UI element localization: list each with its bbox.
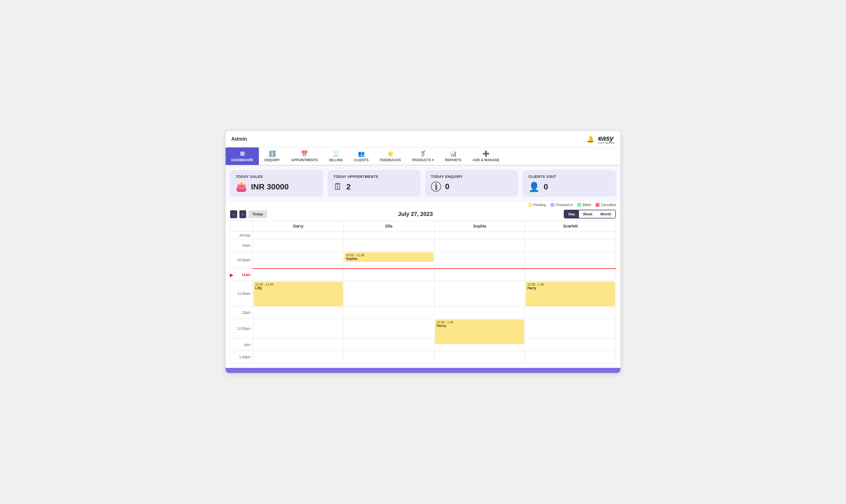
legend-label-billed: Billed xyxy=(583,203,591,207)
cell-sophia-10am[interactable] xyxy=(434,239,525,252)
nav-label-add-manage: ADD & MANAGE xyxy=(473,158,499,162)
stat-title-clients: CLIENTS VISIT xyxy=(528,175,610,179)
nav-item-dashboard[interactable]: ⊞ DASHBOARD xyxy=(226,147,259,165)
staff-header-garry: Garry xyxy=(253,221,344,231)
event-lilly[interactable]: 11:30 - 12:30 Lilly xyxy=(253,282,343,306)
cal-nav-left: ‹ › Today xyxy=(230,210,267,218)
stat-title-appointments: TODAY APPOINTMENTS xyxy=(333,175,415,179)
stat-value-enquiry: 0 xyxy=(445,182,450,191)
time-label-allday: All-Day xyxy=(230,231,253,239)
time-row-1pm: 1pm xyxy=(230,339,616,351)
cell-garry-allday[interactable] xyxy=(253,231,344,239)
stat-value-appointments: 2 xyxy=(346,182,351,192)
cell-sophia-1230pm[interactable]: 12:30 - 1:30 Henry xyxy=(434,319,525,339)
time-label-1130am: 11:30am xyxy=(230,281,253,306)
cell-ella-11am[interactable] xyxy=(343,269,434,281)
cell-sophia-1130am[interactable] xyxy=(434,281,525,306)
time-row-12pm: 12pm xyxy=(230,306,616,319)
cell-ella-allday[interactable] xyxy=(343,231,434,239)
time-label-11am: 11am ▶ xyxy=(230,269,253,281)
legend-dot-cancelled xyxy=(596,203,600,207)
cell-sophia-allday[interactable] xyxy=(434,231,525,239)
cell-ella-1030am[interactable]: 10:30 - 11:30 Sophia xyxy=(343,252,434,269)
time-row-11am: 11am ▶ xyxy=(230,269,616,281)
cell-sophia-11am[interactable] xyxy=(434,269,525,281)
today-button[interactable]: Today xyxy=(248,210,267,218)
cell-garry-1030am[interactable] xyxy=(253,252,344,269)
legend-row: Pending Checked In Billed Cancelled xyxy=(226,201,620,208)
cell-ella-12pm[interactable] xyxy=(343,306,434,319)
event-sophia-client: Sophia xyxy=(346,257,432,261)
nav-item-enquiry[interactable]: ℹ️ ENQUIRY xyxy=(259,147,285,165)
cell-scarlett-1030am[interactable] xyxy=(525,252,616,269)
nav-item-billing[interactable]: 🧾 BILLING xyxy=(324,147,349,165)
nav-item-feedbacks[interactable]: ⭐ FEEDBACKS xyxy=(374,147,407,165)
cell-garry-130pm[interactable] xyxy=(253,351,344,363)
billing-icon: 🧾 xyxy=(333,150,339,157)
legend-dot-pending xyxy=(528,203,532,207)
calendar-controls: ‹ › Today July 27, 2023 Day Week Month xyxy=(226,208,620,221)
stat-value-clients: 0 xyxy=(544,182,548,192)
legend-label-checked-in: Checked In xyxy=(556,203,573,207)
cell-scarlett-1130am[interactable]: 12:30 - 1:30 Harry xyxy=(525,281,616,306)
cell-garry-1pm[interactable] xyxy=(253,339,344,351)
cell-ella-130pm[interactable] xyxy=(343,351,434,363)
cell-sophia-130pm[interactable] xyxy=(434,351,525,363)
time-row-10am: 10am xyxy=(230,239,616,252)
event-henry[interactable]: 12:30 - 1:30 Henry xyxy=(435,319,525,344)
cell-garry-1130am[interactable]: 11:30 - 12:30 Lilly xyxy=(253,281,344,306)
cell-scarlett-10am[interactable] xyxy=(525,239,616,252)
nav-item-products[interactable]: 🥤 PRODUCTS ▾ xyxy=(407,147,440,165)
legend-label-pending: Pending xyxy=(533,203,546,207)
nav-item-add-manage[interactable]: ➕ ADD & MANAGE xyxy=(467,147,505,165)
cell-garry-11am[interactable] xyxy=(253,269,344,281)
nav-item-clients[interactable]: 👥 CLIENTS xyxy=(349,147,374,165)
cell-garry-1230pm[interactable] xyxy=(253,319,344,339)
event-sophia[interactable]: 10:30 - 11:30 Sophia xyxy=(344,252,434,262)
legend-pending: Pending xyxy=(528,203,546,207)
next-button[interactable]: › xyxy=(240,210,246,218)
event-harry[interactable]: 12:30 - 1:30 Harry xyxy=(526,282,615,306)
calendar-header-row: Garry Ella Sophia Scarlett xyxy=(230,221,616,231)
cell-sophia-12pm[interactable] xyxy=(434,306,525,319)
legend-label-cancelled: Cancelled xyxy=(601,203,616,207)
nav-label-reports: REPORTS xyxy=(445,158,461,162)
calendar-date-title: July 27, 2023 xyxy=(398,211,433,217)
header-title: Admin xyxy=(231,136,247,142)
cell-sophia-1030am[interactable] xyxy=(434,252,525,269)
cell-scarlett-allday[interactable] xyxy=(525,231,616,239)
view-btn-day[interactable]: Day xyxy=(564,210,579,218)
cell-scarlett-12pm[interactable] xyxy=(525,306,616,319)
stat-card-sales: TODAY SALES 👛 INR 30000 xyxy=(230,170,323,197)
cell-scarlett-11am[interactable] xyxy=(525,269,616,281)
time-label-130pm: 1:30pm xyxy=(230,351,253,363)
cell-scarlett-1pm[interactable] xyxy=(525,339,616,351)
feedbacks-icon: ⭐ xyxy=(387,150,394,157)
cell-scarlett-1230pm[interactable] xyxy=(525,319,616,339)
bottom-bar xyxy=(226,368,620,373)
cell-ella-1pm[interactable] xyxy=(343,339,434,351)
nav-label-dashboard: DASHBOARD xyxy=(231,158,253,162)
time-label-10am: 10am xyxy=(230,239,253,252)
cell-garry-10am[interactable] xyxy=(253,239,344,252)
time-label-1pm: 1pm xyxy=(230,339,253,351)
time-row-allday: All-Day xyxy=(230,231,616,239)
time-row-130pm: 1:30pm xyxy=(230,351,616,363)
view-btn-week[interactable]: Week xyxy=(579,210,596,218)
cell-ella-1130am[interactable] xyxy=(343,281,434,306)
calendar-clock-icon: 🗓 xyxy=(333,182,342,192)
nav-label-enquiry: ENQUIRY xyxy=(265,158,280,162)
cell-garry-12pm[interactable] xyxy=(253,306,344,319)
view-btn-month[interactable]: Month xyxy=(596,210,615,218)
cell-ella-1230pm[interactable] xyxy=(343,319,434,339)
dashboard-icon: ⊞ xyxy=(240,150,245,157)
wallet-icon: 👛 xyxy=(236,182,247,192)
bell-icon[interactable]: 🔔 xyxy=(586,136,594,143)
legend-billed: Billed xyxy=(577,203,591,207)
nav-item-reports[interactable]: 📊 REPORTS xyxy=(439,147,467,165)
cell-scarlett-130pm[interactable] xyxy=(525,351,616,363)
nav-item-appointments[interactable]: 📅 APPOINTMENTS xyxy=(285,147,323,165)
legend-cancelled: Cancelled xyxy=(596,203,616,207)
prev-button[interactable]: ‹ xyxy=(230,210,237,218)
cell-ella-10am[interactable] xyxy=(343,239,434,252)
